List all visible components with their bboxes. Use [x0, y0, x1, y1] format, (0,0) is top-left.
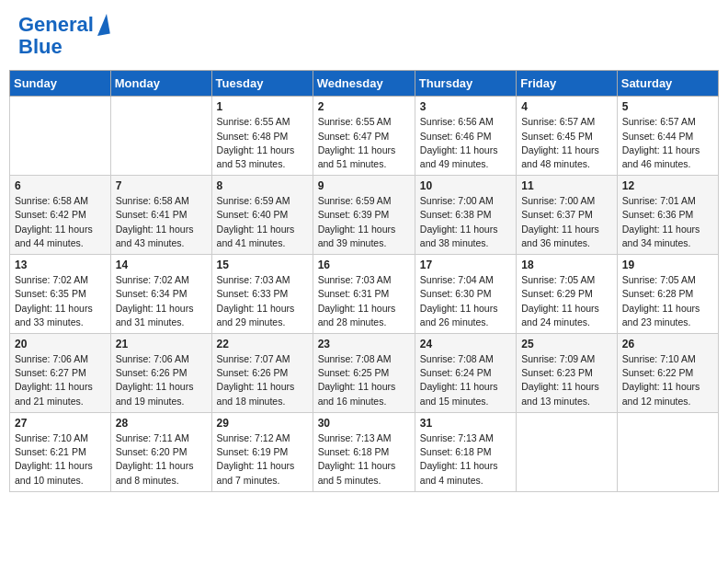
day-number: 6 — [15, 179, 106, 192]
calendar-cell: 1Sunrise: 6:55 AMSunset: 6:48 PMDaylight… — [211, 97, 313, 176]
calendar-cell: 25Sunrise: 7:09 AMSunset: 6:23 PMDayligh… — [517, 334, 618, 413]
logo-text-blue: Blue — [18, 36, 63, 58]
calendar-header-friday: Friday — [517, 71, 618, 97]
calendar-cell — [10, 97, 111, 176]
day-info: Sunrise: 6:55 AMSunset: 6:47 PMDaylight:… — [318, 115, 410, 171]
day-number: 31 — [420, 417, 511, 430]
calendar-week-4: 20Sunrise: 7:06 AMSunset: 6:27 PMDayligh… — [10, 334, 719, 413]
day-info: Sunrise: 7:03 AMSunset: 6:33 PMDaylight:… — [217, 273, 308, 329]
day-info: Sunrise: 7:07 AMSunset: 6:26 PMDaylight:… — [217, 352, 308, 408]
day-info: Sunrise: 7:02 AMSunset: 6:34 PMDaylight:… — [116, 273, 207, 329]
day-number: 11 — [521, 179, 612, 192]
calendar-cell: 19Sunrise: 7:05 AMSunset: 6:28 PMDayligh… — [617, 255, 718, 334]
day-info: Sunrise: 6:57 AMSunset: 6:45 PMDaylight:… — [521, 115, 612, 171]
day-info: Sunrise: 6:55 AMSunset: 6:48 PMDaylight:… — [217, 115, 308, 171]
calendar-header-monday: Monday — [110, 71, 211, 97]
day-number: 1 — [217, 100, 308, 113]
day-info: Sunrise: 7:08 AMSunset: 6:24 PMDaylight:… — [420, 352, 511, 408]
calendar-cell: 3Sunrise: 6:56 AMSunset: 6:46 PMDaylight… — [415, 97, 516, 176]
calendar-cell: 20Sunrise: 7:06 AMSunset: 6:27 PMDayligh… — [10, 334, 111, 413]
day-number: 20 — [15, 338, 106, 350]
calendar-cell: 15Sunrise: 7:03 AMSunset: 6:33 PMDayligh… — [211, 255, 313, 334]
calendar-table: SundayMondayTuesdayWednesdayThursdayFrid… — [9, 70, 719, 491]
logo-text: General — [18, 14, 94, 36]
day-info: Sunrise: 7:00 AMSunset: 6:38 PMDaylight:… — [420, 194, 511, 250]
calendar-week-5: 27Sunrise: 7:10 AMSunset: 6:21 PMDayligh… — [10, 412, 719, 491]
logo: General Blue — [18, 14, 108, 58]
calendar-cell: 7Sunrise: 6:58 AMSunset: 6:41 PMDaylight… — [110, 176, 211, 255]
calendar-header-saturday: Saturday — [617, 71, 718, 97]
calendar-week-3: 13Sunrise: 7:02 AMSunset: 6:35 PMDayligh… — [10, 255, 719, 334]
calendar-cell: 17Sunrise: 7:04 AMSunset: 6:30 PMDayligh… — [415, 255, 516, 334]
day-number: 17 — [420, 259, 511, 271]
day-number: 14 — [116, 259, 207, 271]
day-info: Sunrise: 7:02 AMSunset: 6:35 PMDaylight:… — [15, 273, 106, 329]
day-info: Sunrise: 7:06 AMSunset: 6:26 PMDaylight:… — [116, 352, 207, 408]
day-info: Sunrise: 7:09 AMSunset: 6:23 PMDaylight:… — [521, 352, 612, 408]
calendar-cell: 11Sunrise: 7:00 AMSunset: 6:37 PMDayligh… — [517, 176, 618, 255]
calendar-cell: 21Sunrise: 7:06 AMSunset: 6:26 PMDayligh… — [110, 334, 211, 413]
calendar-header-tuesday: Tuesday — [211, 71, 313, 97]
calendar-body: 1Sunrise: 6:55 AMSunset: 6:48 PMDaylight… — [10, 97, 719, 491]
day-number: 24 — [420, 338, 511, 350]
day-number: 16 — [318, 259, 410, 271]
day-number: 13 — [15, 259, 106, 271]
logo-arrow-icon — [94, 14, 110, 36]
day-info: Sunrise: 7:00 AMSunset: 6:37 PMDaylight:… — [521, 194, 612, 250]
day-number: 30 — [318, 417, 410, 430]
day-number: 25 — [521, 338, 612, 350]
calendar-header-wednesday: Wednesday — [313, 71, 415, 97]
calendar-cell: 26Sunrise: 7:10 AMSunset: 6:22 PMDayligh… — [617, 334, 718, 413]
day-info: Sunrise: 6:57 AMSunset: 6:44 PMDaylight:… — [622, 115, 713, 171]
day-info: Sunrise: 7:10 AMSunset: 6:22 PMDaylight:… — [622, 352, 713, 408]
calendar-cell: 6Sunrise: 6:58 AMSunset: 6:42 PMDaylight… — [10, 176, 111, 255]
calendar-cell: 22Sunrise: 7:07 AMSunset: 6:26 PMDayligh… — [211, 334, 313, 413]
calendar-cell: 31Sunrise: 7:13 AMSunset: 6:18 PMDayligh… — [415, 412, 516, 491]
calendar-cell: 13Sunrise: 7:02 AMSunset: 6:35 PMDayligh… — [10, 255, 111, 334]
day-number: 2 — [318, 100, 410, 113]
calendar-cell: 14Sunrise: 7:02 AMSunset: 6:34 PMDayligh… — [110, 255, 211, 334]
day-info: Sunrise: 7:11 AMSunset: 6:20 PMDaylight:… — [116, 431, 207, 488]
page-header: General Blue — [9, 9, 719, 63]
day-info: Sunrise: 7:06 AMSunset: 6:27 PMDaylight:… — [15, 352, 106, 408]
day-info: Sunrise: 7:01 AMSunset: 6:36 PMDaylight:… — [622, 194, 713, 250]
calendar-cell — [617, 412, 718, 491]
day-number: 28 — [116, 417, 207, 430]
calendar-cell: 12Sunrise: 7:01 AMSunset: 6:36 PMDayligh… — [617, 176, 718, 255]
calendar-header-thursday: Thursday — [415, 71, 516, 97]
day-number: 18 — [521, 259, 612, 271]
calendar-cell: 27Sunrise: 7:10 AMSunset: 6:21 PMDayligh… — [10, 412, 111, 491]
day-info: Sunrise: 7:03 AMSunset: 6:31 PMDaylight:… — [318, 273, 410, 329]
day-info: Sunrise: 6:56 AMSunset: 6:46 PMDaylight:… — [420, 115, 511, 171]
calendar-cell: 28Sunrise: 7:11 AMSunset: 6:20 PMDayligh… — [110, 412, 211, 491]
calendar-cell: 9Sunrise: 6:59 AMSunset: 6:39 PMDaylight… — [313, 176, 415, 255]
calendar-cell: 30Sunrise: 7:13 AMSunset: 6:18 PMDayligh… — [313, 412, 415, 491]
day-number: 22 — [217, 338, 308, 350]
day-info: Sunrise: 7:05 AMSunset: 6:29 PMDaylight:… — [521, 273, 612, 329]
day-info: Sunrise: 6:58 AMSunset: 6:41 PMDaylight:… — [116, 194, 207, 250]
day-info: Sunrise: 7:05 AMSunset: 6:28 PMDaylight:… — [622, 273, 713, 329]
day-number: 19 — [622, 259, 713, 271]
calendar-week-2: 6Sunrise: 6:58 AMSunset: 6:42 PMDaylight… — [10, 176, 719, 255]
day-number: 23 — [318, 338, 410, 350]
day-number: 3 — [420, 100, 511, 113]
day-info: Sunrise: 7:08 AMSunset: 6:25 PMDaylight:… — [318, 352, 410, 408]
calendar-header-sunday: Sunday — [10, 71, 111, 97]
calendar-cell — [110, 97, 211, 176]
calendar-week-1: 1Sunrise: 6:55 AMSunset: 6:48 PMDaylight… — [10, 97, 719, 176]
calendar-cell: 18Sunrise: 7:05 AMSunset: 6:29 PMDayligh… — [517, 255, 618, 334]
day-info: Sunrise: 6:59 AMSunset: 6:39 PMDaylight:… — [318, 194, 410, 250]
day-info: Sunrise: 7:13 AMSunset: 6:18 PMDaylight:… — [420, 431, 511, 488]
day-number: 27 — [15, 417, 106, 430]
day-number: 15 — [217, 259, 308, 271]
day-number: 8 — [217, 179, 308, 192]
calendar-header-row: SundayMondayTuesdayWednesdayThursdayFrid… — [10, 71, 719, 97]
day-number: 7 — [116, 179, 207, 192]
calendar-cell: 2Sunrise: 6:55 AMSunset: 6:47 PMDaylight… — [313, 97, 415, 176]
day-number: 26 — [622, 338, 713, 350]
calendar-cell — [517, 412, 618, 491]
calendar-cell: 5Sunrise: 6:57 AMSunset: 6:44 PMDaylight… — [617, 97, 718, 176]
day-info: Sunrise: 7:13 AMSunset: 6:18 PMDaylight:… — [318, 431, 410, 488]
calendar-cell: 4Sunrise: 6:57 AMSunset: 6:45 PMDaylight… — [517, 97, 618, 176]
day-number: 12 — [622, 179, 713, 192]
